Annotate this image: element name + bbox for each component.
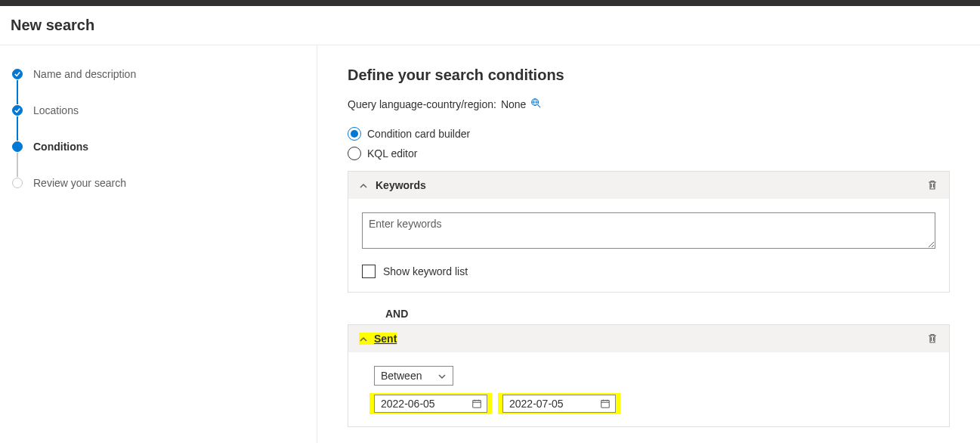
trash-icon[interactable] [926,179,938,191]
radio-kql-editor[interactable]: KQL editor [348,144,950,163]
window-top-bar [0,0,980,6]
step-review[interactable]: Review your search [12,177,305,189]
radio-condition-card-builder[interactable]: Condition card builder [348,124,950,144]
keywords-input[interactable] [362,212,935,249]
step-label: Name and description [33,68,136,80]
date-from-highlight: 2022-06-05 [374,395,487,413]
date-from-input[interactable]: 2022-06-05 [374,395,487,413]
add-condition-button[interactable]: + Add condition [348,438,950,443]
date-to-highlight: 2022-07-05 [502,395,616,413]
keywords-card: Keywords Show keyword list [348,171,950,293]
keywords-card-header[interactable]: Keywords [348,172,949,199]
step-locations[interactable]: Locations [12,104,305,116]
page-header: New search [0,6,980,45]
trash-icon[interactable] [926,333,938,345]
show-keyword-list-checkbox[interactable]: Show keyword list [362,265,935,278]
globe-edit-icon[interactable] [530,98,541,110]
step-label: Locations [33,104,79,116]
radio-label: KQL editor [367,147,417,160]
step-label: Review your search [33,177,126,189]
query-language-row: Query language-country/region: None [348,98,950,110]
date-value: 2022-06-05 [381,398,435,410]
date-to-input[interactable]: 2022-07-05 [502,395,616,413]
pending-step-icon [12,178,23,188]
section-title: Define your search conditions [348,67,950,84]
sent-card: Sent Between 202 [348,324,950,427]
chevron-down-icon [437,371,447,380]
calendar-icon [600,398,611,409]
date-value: 2022-07-05 [509,398,564,410]
radio-selected-icon [348,127,361,141]
svg-rect-2 [601,401,610,408]
checkbox-unchecked-icon [362,265,376,278]
card-title: Keywords [376,179,426,191]
query-language-label: Query language-country/region: [348,98,496,110]
step-label: Conditions [33,141,88,153]
chevron-up-icon [359,181,368,190]
query-language-value: None [501,98,526,110]
step-connector [17,153,18,177]
select-value: Between [381,370,422,382]
card-title: Sent [374,333,397,345]
builder-mode-radio-group: Condition card builder KQL editor [348,124,950,163]
current-step-icon [12,141,23,152]
main-content: Define your search conditions Query lang… [317,45,980,443]
wizard-steps-sidebar: Name and description Locations Condition… [0,45,317,443]
and-separator: AND [348,303,950,324]
svg-rect-1 [473,401,481,408]
sent-card-header[interactable]: Sent [348,325,949,352]
step-conditions[interactable]: Conditions [12,141,305,153]
operator-select[interactable]: Between [374,366,453,386]
checkbox-label: Show keyword list [383,265,468,277]
step-name-description[interactable]: Name and description [12,68,305,80]
step-connector [17,116,18,141]
check-icon [12,69,23,79]
step-connector [17,80,18,104]
check-icon [12,105,23,116]
radio-unselected-icon [348,147,361,160]
chevron-up-icon [359,334,368,343]
calendar-icon [471,398,482,409]
page-title: New search [11,17,968,34]
radio-label: Condition card builder [367,128,470,140]
